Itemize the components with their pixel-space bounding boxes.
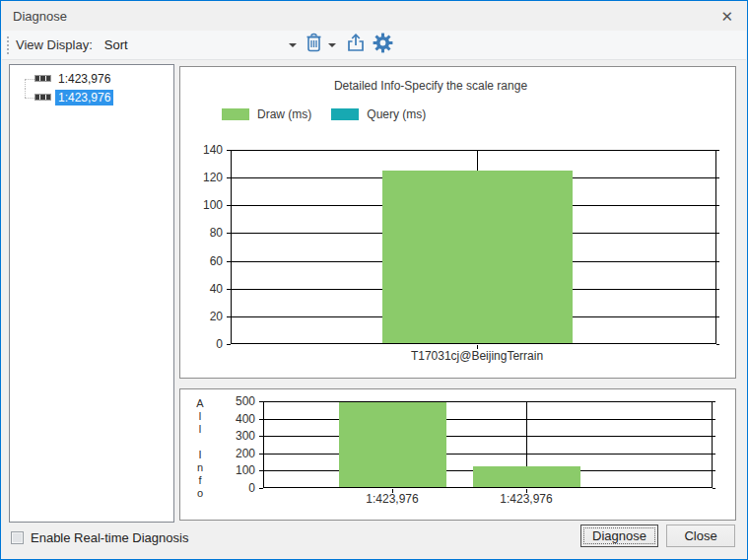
export-button[interactable]	[344, 34, 368, 57]
enable-realtime-diagnosis-checkbox[interactable]: Enable Real-time Diagnosis	[11, 530, 188, 545]
y-tick-right	[716, 205, 719, 206]
title-bar: Diagnose ✕	[2, 2, 746, 31]
close-icon[interactable]: ✕	[720, 8, 733, 26]
y-tick	[259, 436, 263, 437]
y-tick	[259, 401, 263, 402]
y-axis-label: 200	[216, 447, 255, 460]
y-tick-right	[713, 488, 715, 489]
y-tick-right	[716, 177, 719, 178]
y-axis-label: 500	[216, 394, 255, 408]
view-display-combobox[interactable]: Sort	[101, 35, 303, 56]
y-tick-right	[713, 436, 715, 437]
window-title: Diagnose	[13, 9, 67, 24]
export-icon	[346, 33, 366, 57]
legend-item: Draw (ms)	[222, 107, 311, 121]
y-tick-right	[713, 470, 715, 471]
scalebar-icon	[35, 76, 50, 81]
bar	[473, 466, 580, 488]
x-category-label: T17031cj@BeijingTerrain	[369, 349, 585, 363]
legend-label: Query (ms)	[367, 107, 426, 121]
detail-chart-panel: Detailed Info-Specify the scale range Dr…	[179, 66, 736, 379]
delete-options-dropdown[interactable]	[326, 34, 338, 57]
close-button[interactable]: Close	[666, 525, 735, 547]
y-axis-label: 60	[183, 254, 223, 268]
y-axis-label: 80	[183, 226, 223, 240]
y-tick	[259, 454, 263, 455]
tree-item[interactable]: 1:423,976	[20, 69, 173, 88]
bar	[382, 171, 573, 344]
y-tick	[227, 261, 231, 262]
x-category-label: 1:423,976	[418, 492, 635, 506]
y-tick-right	[713, 401, 715, 402]
toolbar: View Display: Sort	[2, 31, 746, 60]
y-tick	[227, 344, 231, 345]
all-info-chart-panel: 01002003004005001:423,9761:423,976All In…	[179, 388, 736, 521]
y-axis-label: 100	[216, 463, 255, 477]
y-axis-title: All Info	[193, 397, 207, 500]
chevron-down-icon	[328, 43, 336, 47]
y-tick	[259, 470, 263, 471]
diagnose-dialog: Diagnose ✕ View Display: Sort	[0, 0, 748, 560]
y-tick	[259, 488, 263, 489]
y-axis-label: 120	[183, 171, 223, 184]
y-axis-label: 140	[183, 143, 223, 157]
scale-list-panel: 1:423,9761:423,976	[9, 64, 174, 523]
y-axis-label: 20	[183, 310, 223, 323]
legend-swatch	[331, 108, 359, 120]
scalebar-icon	[35, 95, 50, 100]
y-tick	[227, 177, 231, 178]
tree-connector	[20, 88, 35, 106]
checkbox-box[interactable]	[11, 531, 24, 544]
y-tick-right	[716, 344, 719, 345]
y-tick	[227, 150, 231, 151]
tree-item-label: 1:423,976	[55, 71, 113, 87]
y-axis-label: 300	[216, 429, 255, 443]
y-axis-label: 0	[183, 337, 223, 351]
trash-icon	[305, 33, 323, 57]
y-tick-right	[716, 261, 719, 262]
legend-label: Draw (ms)	[257, 107, 311, 121]
toolbar-grip-handle[interactable]	[6, 35, 10, 55]
y-tick-right	[713, 419, 715, 420]
tree-connector	[20, 69, 35, 88]
bar	[339, 401, 446, 488]
y-tick-right	[713, 454, 715, 455]
y-axis-label: 400	[216, 412, 255, 426]
delete-record-button[interactable]	[303, 34, 326, 57]
y-tick	[227, 316, 231, 317]
combobox-value: Sort	[104, 37, 128, 52]
y-tick	[227, 205, 231, 206]
y-tick-right	[716, 289, 719, 290]
y-tick	[259, 419, 263, 420]
h-gridline	[263, 436, 713, 437]
tree-item[interactable]: 1:423,976	[20, 88, 173, 106]
y-tick-right	[716, 233, 719, 234]
chart-legend: Draw (ms)Query (ms)	[222, 107, 426, 121]
settings-button[interactable]	[372, 34, 395, 57]
legend-item: Query (ms)	[331, 107, 426, 121]
y-tick-right	[716, 316, 719, 317]
y-tick	[227, 289, 231, 290]
h-gridline	[263, 454, 713, 455]
checkbox-label: Enable Real-time Diagnosis	[31, 530, 188, 545]
chevron-down-icon	[289, 43, 297, 47]
chart-title: Detailed Info-Specify the scale range	[180, 79, 681, 93]
y-tick	[227, 233, 231, 234]
gear-icon	[373, 33, 393, 57]
tree-item-label: 1:423,976	[55, 90, 113, 105]
y-axis-label: 0	[216, 481, 255, 495]
legend-swatch	[222, 108, 249, 120]
h-gridline	[263, 419, 713, 420]
diagnose-button[interactable]: Diagnose	[580, 525, 658, 547]
y-axis-label: 40	[183, 282, 223, 296]
y-axis-label: 100	[183, 198, 223, 212]
view-display-label: View Display:	[16, 37, 93, 52]
y-tick-right	[716, 150, 719, 151]
